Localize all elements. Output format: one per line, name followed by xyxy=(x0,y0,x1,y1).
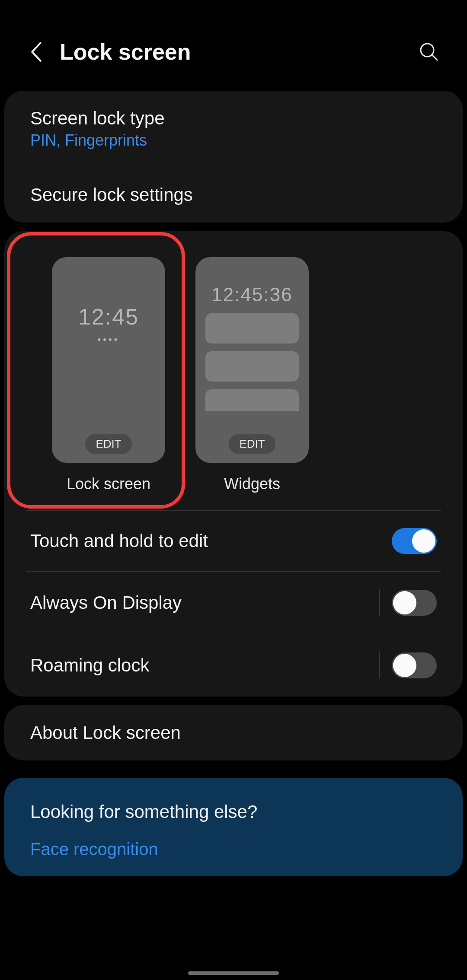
looking-for-card: Looking for something else? Face recogni… xyxy=(4,778,463,876)
row-subtitle: PIN, Fingerprints xyxy=(30,131,165,150)
search-icon xyxy=(419,42,439,62)
page-title: Lock screen xyxy=(60,39,417,65)
always-on-display-row[interactable]: Always On Display xyxy=(4,572,463,634)
looking-title: Looking for something else? xyxy=(30,802,437,822)
preview-clock: 12:45 xyxy=(78,304,139,330)
security-card: Screen lock type PIN, Fingerprints Secur… xyxy=(4,91,463,223)
widget-bar xyxy=(205,389,299,411)
gesture-bar[interactable] xyxy=(188,971,279,975)
about-lock-screen-row[interactable]: About Lock screen xyxy=(4,705,463,760)
preview-clock: 12:45:36 xyxy=(211,284,292,305)
preview-label: Widgets xyxy=(224,475,280,493)
separator xyxy=(379,652,380,679)
edit-lockscreen-button[interactable]: EDIT xyxy=(85,434,131,454)
lockscreen-preview-slot: 12:45 •••• EDIT Lock screen xyxy=(52,257,165,493)
row-title: Roaming clock xyxy=(30,655,149,676)
row-title: Always On Display xyxy=(30,592,182,613)
chevron-left-icon xyxy=(29,41,44,63)
screen-lock-type-row[interactable]: Screen lock type PIN, Fingerprints xyxy=(4,91,463,167)
touch-hold-edit-toggle[interactable] xyxy=(392,528,437,554)
edit-widgets-button[interactable]: EDIT xyxy=(229,434,275,454)
roaming-clock-toggle[interactable] xyxy=(392,652,437,678)
widget-bar xyxy=(205,351,299,382)
secure-lock-settings-row[interactable]: Secure lock settings xyxy=(4,167,463,223)
always-on-display-toggle[interactable] xyxy=(392,590,437,616)
toggle-wrap xyxy=(379,589,437,617)
svg-line-1 xyxy=(432,55,437,60)
previews-card: 12:45 •••• EDIT Lock screen 12:45:36 EDI… xyxy=(4,231,463,697)
preview-dots-icon: •••• xyxy=(98,334,120,345)
header: Lock screen xyxy=(0,22,467,82)
row-title: Touch and hold to edit xyxy=(30,531,208,551)
back-button[interactable] xyxy=(26,41,47,62)
touch-hold-edit-row[interactable]: Touch and hold to edit xyxy=(4,511,463,571)
previews-row: 12:45 •••• EDIT Lock screen 12:45:36 EDI… xyxy=(4,231,463,510)
toggle-wrap xyxy=(379,652,437,679)
roaming-clock-row[interactable]: Roaming clock xyxy=(4,634,463,697)
search-button[interactable] xyxy=(417,40,441,64)
widgets-preview-slot: 12:45:36 EDIT Widgets xyxy=(195,257,309,493)
about-card: About Lock screen xyxy=(4,705,463,760)
face-recognition-link[interactable]: Face recognition xyxy=(30,840,437,859)
preview-label: Lock screen xyxy=(67,475,150,493)
row-title: Secure lock settings xyxy=(30,185,193,205)
separator xyxy=(379,589,380,617)
row-title: About Lock screen xyxy=(30,722,181,743)
lockscreen-preview[interactable]: 12:45 •••• EDIT xyxy=(52,257,165,463)
widgets-preview[interactable]: 12:45:36 EDIT xyxy=(195,257,309,463)
row-title: Screen lock type xyxy=(30,108,165,129)
widget-bar xyxy=(205,313,299,344)
